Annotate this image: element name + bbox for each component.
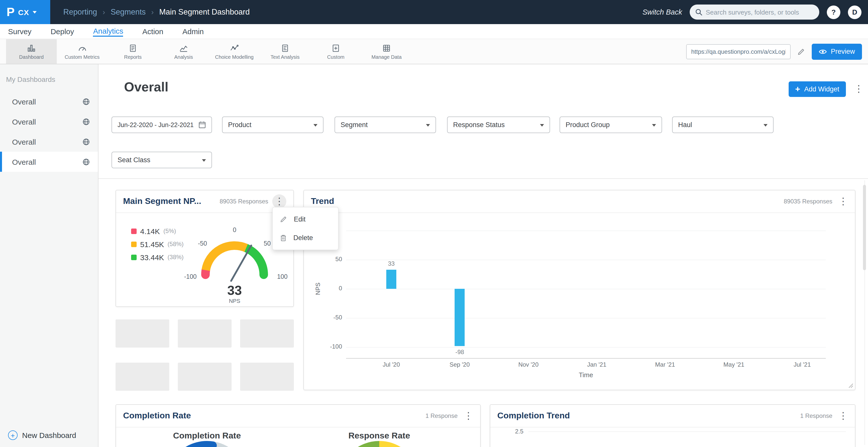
dashboard-url-input[interactable] (686, 44, 790, 59)
legend-row: 33.44K (38%) (131, 251, 184, 264)
avatar[interactable]: D (848, 5, 862, 19)
date-range-filter[interactable]: Jun-22-2020 - Jun-22-2021 (112, 117, 212, 133)
gauge-icon (78, 43, 87, 53)
plus-icon (795, 84, 800, 94)
preview-label: Preview (831, 48, 855, 55)
toolbar-tab-label: Custom (327, 54, 345, 60)
help-button[interactable]: ? (827, 5, 840, 19)
dashboard-main: Overall Add Widget Jun-22-2020 - Jun-22-… (98, 64, 868, 447)
search-icon (695, 8, 702, 15)
menu-item-survey[interactable]: Survey (8, 27, 31, 36)
trend-bar-label: -98 (445, 348, 475, 355)
widget-kebab-button[interactable] (838, 411, 848, 421)
sidebar-title: My Dashboards (6, 75, 98, 84)
toolbar-tab-dashboard[interactable]: Dashboard (6, 39, 57, 64)
toolbar-tab-text-analysis[interactable]: Text Analysis (260, 39, 310, 64)
toolbar-tab-analysis[interactable]: Analysis (158, 39, 209, 64)
filter-label: Haul (678, 121, 692, 129)
y-tick-label: 2.5 (505, 428, 523, 435)
breadcrumb-reporting[interactable]: Reporting (63, 7, 97, 17)
new-dashboard-button[interactable]: + New Dashboard (8, 430, 76, 440)
product-switcher[interactable]: P CX (0, 0, 50, 24)
toolbar-tab-label: Reports (124, 54, 142, 60)
add-widget-label: Add Widget (804, 85, 839, 93)
sidebar-item-label: Overall (12, 117, 36, 126)
breadcrumb: Reporting Segments Main Segment Dashboar… (63, 7, 250, 17)
menu-item-edit[interactable]: Edit (273, 210, 338, 228)
widget-title: Main Segment NP... (123, 196, 201, 206)
dashboard-icon (27, 43, 36, 53)
questionpro-logo: P (6, 6, 14, 18)
report-document-icon (128, 43, 137, 53)
toolbar-tab-label: Analysis (174, 54, 193, 60)
widget-kebab-button[interactable] (272, 194, 286, 209)
global-search[interactable] (690, 4, 819, 20)
sidebar-item-overall-2[interactable]: Overall (0, 111, 98, 132)
gauge-unit-label: NPS (210, 298, 260, 304)
menu-item-delete[interactable]: Delete (273, 228, 338, 247)
trend-bar[interactable] (455, 289, 465, 346)
toolbar-tab-choice-modelling[interactable]: Choice Modelling (209, 39, 260, 64)
widget-responses: 89035 Responses (220, 198, 269, 205)
gauge-tick: -50 (192, 240, 213, 247)
filter-label: Product Group (566, 121, 610, 129)
trend-bar[interactable] (386, 269, 396, 289)
filter-label: Product (228, 121, 251, 129)
filter-segment[interactable]: Segment (335, 117, 436, 133)
scrollbar-thumb[interactable] (863, 185, 866, 270)
sidebar-item-label: Overall (12, 97, 36, 106)
plus-icon: + (8, 430, 18, 440)
widget-nps: Main Segment NP... 89035 Responses 4.14K… (116, 190, 294, 307)
breadcrumb-separator-icon (102, 7, 105, 17)
date-range-value: Jun-22-2020 - Jun-22-2021 (118, 121, 194, 128)
menu-item-label: Edit (294, 216, 306, 223)
preview-button[interactable]: Preview (812, 43, 862, 60)
toolbar-tab-label: Dashboard (19, 54, 44, 60)
menu-item-deploy[interactable]: Deploy (51, 27, 74, 36)
analytics-toolbar: Dashboard Custom Metrics Reports Analysi… (0, 39, 868, 64)
skeleton-tile (240, 363, 294, 391)
legend-value: 4.14K (140, 227, 160, 235)
add-widget-button[interactable]: Add Widget (788, 82, 846, 97)
filter-response-status[interactable]: Response Status (447, 117, 550, 133)
toolbar-tab-custom-metrics[interactable]: Custom Metrics (57, 39, 107, 64)
filter-product[interactable]: Product (222, 117, 323, 133)
legend-percent: (5%) (163, 227, 176, 234)
menu-item-admin[interactable]: Admin (182, 27, 204, 36)
chevron-down-icon (426, 124, 430, 128)
filter-product-group[interactable]: Product Group (560, 117, 662, 133)
filter-label: Segment (341, 121, 368, 129)
menu-item-action[interactable]: Action (143, 27, 163, 36)
toolbar-tab-reports[interactable]: Reports (107, 39, 158, 64)
chevron-down-icon (764, 124, 768, 128)
search-input[interactable] (706, 8, 814, 16)
widget-kebab-button[interactable] (464, 411, 473, 421)
legend-value: 33.44K (140, 253, 164, 261)
filter-seat-class[interactable]: Seat Class (112, 152, 212, 168)
filter-haul[interactable]: Haul (672, 117, 774, 133)
globe-icon (82, 98, 90, 105)
widget-title: Trend (311, 196, 334, 206)
sidebar-item-overall-3[interactable]: Overall (0, 132, 98, 152)
custom-widget-icon (331, 43, 341, 53)
toolbar-tab-label: Manage Data (371, 54, 402, 60)
toolbar-tab-custom[interactable]: Custom (310, 39, 361, 64)
toolbar-tab-manage-data[interactable]: Manage Data (361, 39, 412, 64)
sidebar-item-overall-4[interactable]: Overall (0, 152, 98, 172)
globe-icon (82, 158, 90, 165)
breadcrumb-segments[interactable]: Segments (111, 7, 146, 17)
kebab-icon (838, 196, 848, 206)
widget-kebab-button[interactable] (838, 196, 848, 206)
sidebar-item-overall-1[interactable]: Overall (0, 91, 98, 111)
page-kebab-button[interactable] (854, 84, 864, 94)
globe-icon (82, 118, 90, 125)
switch-back-link[interactable]: Switch Back (643, 8, 682, 16)
skeleton-tile (116, 363, 169, 391)
trend-bars: 33-98 (304, 190, 855, 390)
pencil-icon[interactable] (797, 47, 805, 56)
topbar: P CX Reporting Segments Main Segment Das… (0, 0, 868, 24)
text-analysis-icon (280, 43, 290, 53)
menu-item-analytics[interactable]: Analytics (93, 26, 123, 36)
gauge-tick: -100 (175, 273, 206, 280)
gauge-value: 33 (210, 283, 260, 298)
